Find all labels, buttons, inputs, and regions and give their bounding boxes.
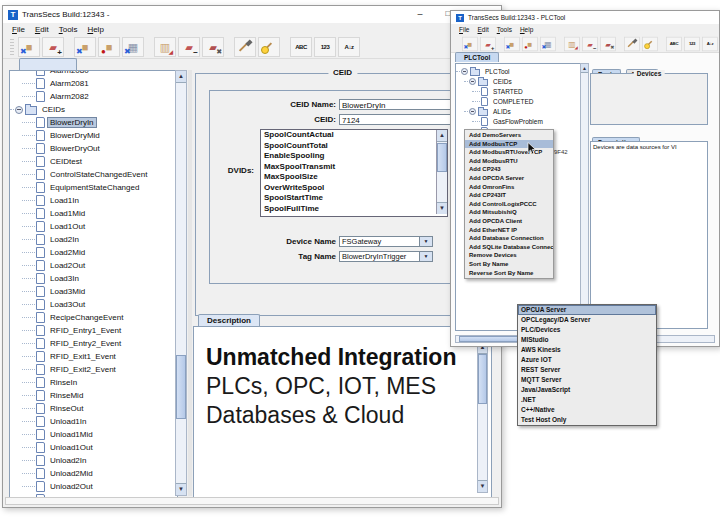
description-scrollbar[interactable]: ▲ ▼ <box>477 341 488 493</box>
plc-titlebar[interactable]: T TransSecs Build:12343 - PLCTool <box>451 11 719 25</box>
target-platform-item[interactable]: Java/JavaScript <box>518 385 656 395</box>
block-x-icon[interactable] <box>504 36 520 50</box>
tree-item[interactable]: ALIDs <box>456 106 580 116</box>
target-platform-item[interactable]: .NET <box>518 395 656 405</box>
copy-red-icon[interactable] <box>154 37 176 57</box>
tree-item[interactable]: Alarm2081 <box>10 77 177 90</box>
tab-plctool[interactable]: PLCTool <box>455 52 499 62</box>
context-menu-item[interactable]: Reverse Sort By Name <box>465 269 553 278</box>
hammer-bulb-icon[interactable] <box>642 36 658 50</box>
block-record-icon[interactable] <box>98 37 120 57</box>
minimize-button[interactable]: – <box>411 6 429 22</box>
123-icon[interactable] <box>314 37 336 57</box>
block-save-icon[interactable] <box>122 37 144 57</box>
dvids-scrollbar[interactable]: ▲ ▼ <box>436 130 447 214</box>
tree-item[interactable]: Unload1Out <box>10 441 177 454</box>
menu-item[interactable]: Tools <box>493 26 516 33</box>
context-menu-item[interactable]: Add EtherNET IP <box>465 226 553 235</box>
menu-item[interactable]: Edit <box>30 25 54 34</box>
expand-knob-icon[interactable] <box>461 68 468 75</box>
tree-item[interactable]: STARTED <box>456 86 580 96</box>
context-menu-item[interactable]: Add OPCDA Server <box>465 174 553 183</box>
scroll-thumb[interactable] <box>437 143 447 172</box>
export-block-icon[interactable] <box>462 36 478 50</box>
panel-splitter[interactable] <box>188 70 192 496</box>
menu-item[interactable]: Edit <box>474 26 493 33</box>
menu-item[interactable]: File <box>7 25 30 34</box>
dvid-list-item[interactable]: SpoolStartTime <box>261 193 447 204</box>
dvid-list-item[interactable]: MaxSpoolTransmit <box>261 162 447 173</box>
context-menu-item[interactable]: Add ModbusTCP <box>465 140 553 149</box>
sort-az-icon[interactable] <box>338 37 360 57</box>
block-x-icon[interactable] <box>74 37 96 57</box>
123-icon[interactable] <box>684 36 700 50</box>
expand-knob-icon[interactable] <box>469 108 476 115</box>
chevron-down-icon[interactable]: ▼ <box>419 252 432 261</box>
tree-item[interactable]: Load2In <box>10 233 177 246</box>
dvid-list-item[interactable]: SpoolFullTime <box>261 204 447 215</box>
tree-item[interactable]: RFID_Entry1_Event <box>10 324 177 337</box>
tree-item[interactable]: PLCTool <box>456 66 580 76</box>
tree-item[interactable]: CEIDtest <box>10 155 177 168</box>
tree-item[interactable]: COMPLETED <box>456 96 580 106</box>
target-platform-item[interactable]: MIStudio <box>518 335 656 345</box>
tree-item[interactable]: CEIDs <box>456 76 580 86</box>
tree-item[interactable]: BlowerDryMid <box>10 129 177 142</box>
hammer-icon[interactable] <box>234 37 256 57</box>
tree-item[interactable]: Load1In <box>10 194 177 207</box>
tree-item[interactable]: Alarm2080 <box>10 70 177 77</box>
target-platform-item[interactable]: REST Server <box>518 365 656 375</box>
sort-az-icon[interactable] <box>702 36 718 50</box>
connector-minus-icon[interactable] <box>582 36 598 50</box>
block-record-icon[interactable] <box>522 36 538 50</box>
expand-knob-icon[interactable] <box>469 78 476 85</box>
target-platform-item[interactable]: MQTT Server <box>518 375 656 385</box>
tab-description[interactable]: Description <box>198 314 260 326</box>
tag-name-combo[interactable]: BlowerDryInTrigger ▼ <box>339 251 433 262</box>
tree-item[interactable]: ControlStateChangedEvent <box>10 168 177 181</box>
tree-item[interactable]: Alarm2082 <box>10 90 177 103</box>
context-menu-item[interactable]: Add ModbusRTU <box>465 157 553 166</box>
dvid-list-item[interactable]: EnableSpooling <box>261 151 447 162</box>
hammer-icon[interactable] <box>624 36 640 50</box>
tree-item[interactable]: BlowerDryOut <box>10 142 177 155</box>
dvids-list[interactable]: SpoolCountActualSpoolCountTotalEnableSpo… <box>260 129 448 217</box>
ceid-name-field[interactable]: BlowerDryIn <box>339 99 467 110</box>
dvid-list-item[interactable]: MaxSpoolSize <box>261 172 447 183</box>
tree-item[interactable]: Unload2Out <box>10 480 177 493</box>
menu-item[interactable]: Tools <box>54 25 83 34</box>
menu-item[interactable]: File <box>455 26 474 33</box>
tree-item[interactable]: Load1Out <box>10 220 177 233</box>
context-menu-item[interactable]: Add CP243 <box>465 165 553 174</box>
tree-item[interactable]: GasFlowProblem <box>456 116 580 126</box>
plc-tree-scrollbar[interactable]: ▲ ▼ <box>580 63 589 331</box>
scroll-up-icon[interactable]: ▲ <box>437 130 447 142</box>
main-titlebar[interactable]: T TransSecs Build:12343 - – □ <box>3 6 501 24</box>
tree-item[interactable]: Load2Mid <box>10 246 177 259</box>
tree-item[interactable]: RFID_Entry2_Event <box>10 337 177 350</box>
context-menu-item[interactable]: Add SQLite Database Connection <box>465 243 553 252</box>
context-menu-item[interactable]: Add CP243IT <box>465 191 553 200</box>
tree-item[interactable]: Load2Out <box>10 259 177 272</box>
connector-add-icon[interactable] <box>42 37 64 57</box>
context-menu-item[interactable]: Add DemoServers <box>465 131 553 140</box>
copy-red-icon[interactable] <box>564 36 580 50</box>
tree-item[interactable]: Unload1Mid <box>10 428 177 441</box>
scroll-down-icon[interactable]: ▼ <box>478 480 487 492</box>
tree-item[interactable]: EquipmentStateChanged <box>10 181 177 194</box>
menu-item[interactable]: Help <box>82 25 108 34</box>
tree-item[interactable]: Load3Out <box>10 298 177 311</box>
hammer-bulb-icon[interactable] <box>258 37 280 57</box>
scroll-down-icon[interactable]: ▼ <box>176 483 186 495</box>
context-menu-item[interactable]: Remove Devices <box>465 251 553 260</box>
scroll-thumb[interactable] <box>176 355 186 419</box>
tree-item[interactable]: RFID_Exit2_Event <box>10 363 177 376</box>
tree-scrollbar[interactable]: ▲ ▼ <box>175 70 187 496</box>
scroll-up-icon[interactable]: ▲ <box>176 71 186 83</box>
context-menu-item[interactable]: Add ModbusRTUoverTCP <box>465 148 553 157</box>
dvid-list-item[interactable]: SpoolCountActual <box>261 130 447 141</box>
context-menu-item[interactable]: Sort By Name <box>465 260 553 269</box>
device-name-combo[interactable]: FSGateway ▼ <box>339 236 433 247</box>
abc-icon[interactable] <box>666 36 682 50</box>
target-platform-item[interactable]: OPCUA Server <box>518 305 656 315</box>
